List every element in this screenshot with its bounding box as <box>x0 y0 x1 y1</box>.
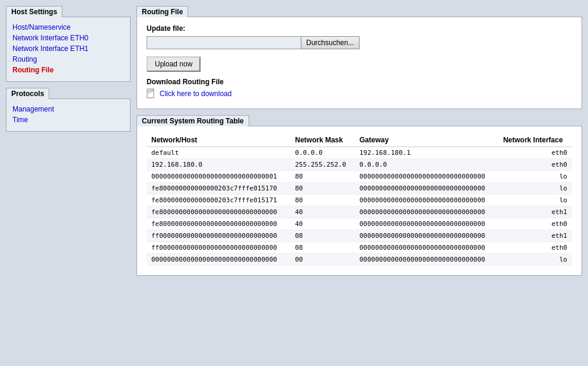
table-cell-network_mask: 08 <box>290 242 355 254</box>
table-cell-network_mask: 80 <box>290 183 355 195</box>
table-row: fe800000000000000203c7fffe01517180000000… <box>147 195 572 206</box>
download-section-label: Download Routing File <box>147 78 572 86</box>
table-cell-network_host: fe800000000000000000000000000000 <box>147 206 290 218</box>
table-cell-gateway: 00000000000000000000000000000000 <box>355 171 498 183</box>
col-header-gateway: Gateway <box>355 133 498 147</box>
table-cell-network_mask: 80 <box>290 171 355 183</box>
table-cell-gateway: 00000000000000000000000000000000 <box>355 242 498 254</box>
sidebar-item-time[interactable]: Time <box>12 114 124 125</box>
table-cell-network_mask: 40 <box>290 206 355 218</box>
table-cell-network_interface: eth1 <box>498 230 572 242</box>
table-cell-network_interface: lo <box>498 183 572 195</box>
table-cell-gateway: 00000000000000000000000000000000 <box>355 183 498 195</box>
routing-table: Network/Host Network Mask Gateway Networ… <box>147 133 572 266</box>
download-section: Download Routing File Click here to down… <box>147 78 572 99</box>
table-cell-network_mask: 08 <box>290 230 355 242</box>
table-row: fe80000000000000000000000000000040000000… <box>147 218 572 230</box>
file-text-input[interactable] <box>147 36 301 49</box>
table-cell-network_interface: lo <box>498 254 572 266</box>
table-cell-network_interface: lo <box>498 195 572 206</box>
protocols-tab: Protocols <box>6 88 49 99</box>
table-cell-network_interface: eth0 <box>498 147 572 159</box>
host-settings-panel: Host/Nameservice Network Interface ETH0 … <box>6 17 131 82</box>
table-cell-gateway: 00000000000000000000000000000000 <box>355 218 498 230</box>
table-cell-network_host: fe800000000000000203c7fffe015170 <box>147 183 290 195</box>
svg-rect-2 <box>148 91 152 92</box>
table-cell-network_host: 192.168.180.0 <box>147 159 290 171</box>
sidebar-item-routing-file[interactable]: Routing File <box>12 65 124 75</box>
table-cell-network_host: 00000000000000000000000000000001 <box>147 171 290 183</box>
file-input-row: Durchsuchen... <box>147 36 572 49</box>
table-cell-network_host: default <box>147 147 290 159</box>
sidebar-item-network-interface-eth0[interactable]: Network Interface ETH0 <box>12 33 124 43</box>
table-cell-gateway: 00000000000000000000000000000000 <box>355 206 498 218</box>
sidebar-item-host-nameservice[interactable]: Host/Nameservice <box>12 22 124 33</box>
sidebar-item-management[interactable]: Management <box>12 104 124 114</box>
routing-table-section: Current System Routing Table Network/Hos… <box>136 115 582 276</box>
table-cell-network_interface: eth0 <box>498 242 572 254</box>
table-cell-network_mask: 80 <box>290 195 355 206</box>
table-cell-network_mask: 0.0.0.0 <box>290 147 355 159</box>
table-cell-gateway: 0.0.0.0 <box>355 159 498 171</box>
svg-rect-1 <box>148 90 152 91</box>
table-cell-network_interface: lo <box>498 171 572 183</box>
table-row: 0000000000000000000000000000000180000000… <box>147 171 572 183</box>
sidebar-item-network-interface-eth1[interactable]: Network Interface ETH1 <box>12 43 124 54</box>
col-header-network-interface: Network Interface <box>498 133 572 147</box>
table-row: ff00000000000000000000000000000008000000… <box>147 230 572 242</box>
host-settings-section: Host Settings Host/Nameservice Network I… <box>6 6 131 82</box>
routing-table-tab: Current System Routing Table <box>136 115 249 126</box>
col-header-network-mask: Network Mask <box>290 133 355 147</box>
table-cell-network_interface: eth1 <box>498 206 572 218</box>
table-header-row: Network/Host Network Mask Gateway Networ… <box>147 133 572 147</box>
table-cell-gateway: 192.168.180.1 <box>355 147 498 159</box>
document-icon <box>147 88 156 99</box>
table-cell-network_host: fe800000000000000203c7fffe015171 <box>147 195 290 206</box>
table-row: 0000000000000000000000000000000000000000… <box>147 254 572 266</box>
table-cell-network_mask: 255.255.252.0 <box>290 159 355 171</box>
routing-table-content: Network/Host Network Mask Gateway Networ… <box>137 126 581 275</box>
table-cell-network_mask: 40 <box>290 218 355 230</box>
download-link-row: Click here to download <box>147 88 572 99</box>
svg-rect-3 <box>148 93 151 93</box>
update-file-label: Update file: <box>147 24 572 33</box>
table-cell-gateway: 00000000000000000000000000000000 <box>355 254 498 266</box>
table-row: fe800000000000000203c7fffe01517080000000… <box>147 183 572 195</box>
table-cell-network_interface: eth0 <box>498 218 572 230</box>
table-cell-network_host: fe800000000000000000000000000000 <box>147 218 290 230</box>
table-cell-network_interface: eth0 <box>498 159 572 171</box>
upload-button[interactable]: Upload now <box>147 56 201 72</box>
table-cell-network_mask: 00 <box>290 254 355 266</box>
host-settings-tab: Host Settings <box>6 6 62 17</box>
table-row: fe80000000000000000000000000000040000000… <box>147 206 572 218</box>
table-row: default0.0.0.0192.168.180.1eth0 <box>147 147 572 159</box>
protocols-section: Protocols Management Time <box>6 88 131 132</box>
routing-file-panel: Routing File Update file: Durchsuchen...… <box>136 6 582 109</box>
download-link[interactable]: Click here to download <box>160 90 231 98</box>
table-cell-network_host: ff000000000000000000000000000000 <box>147 230 290 242</box>
col-header-network-host: Network/Host <box>147 133 290 147</box>
table-cell-network_host: ff000000000000000000000000000000 <box>147 242 290 254</box>
table-cell-gateway: 00000000000000000000000000000000 <box>355 230 498 242</box>
table-cell-network_host: 00000000000000000000000000000000 <box>147 254 290 266</box>
sidebar: Host Settings Host/Nameservice Network I… <box>6 6 131 132</box>
table-row: 192.168.180.0255.255.252.00.0.0.0eth0 <box>147 159 572 171</box>
browse-button[interactable]: Durchsuchen... <box>301 36 360 49</box>
routing-file-tab: Routing File <box>136 6 188 17</box>
table-row: ff00000000000000000000000000000008000000… <box>147 242 572 254</box>
protocols-panel: Management Time <box>6 98 131 132</box>
sidebar-item-routing[interactable]: Routing <box>12 54 124 65</box>
routing-file-content: Update file: Durchsuchen... Upload now D… <box>137 17 581 109</box>
main-content: Routing File Update file: Durchsuchen...… <box>136 6 582 276</box>
table-cell-gateway: 00000000000000000000000000000000 <box>355 195 498 206</box>
